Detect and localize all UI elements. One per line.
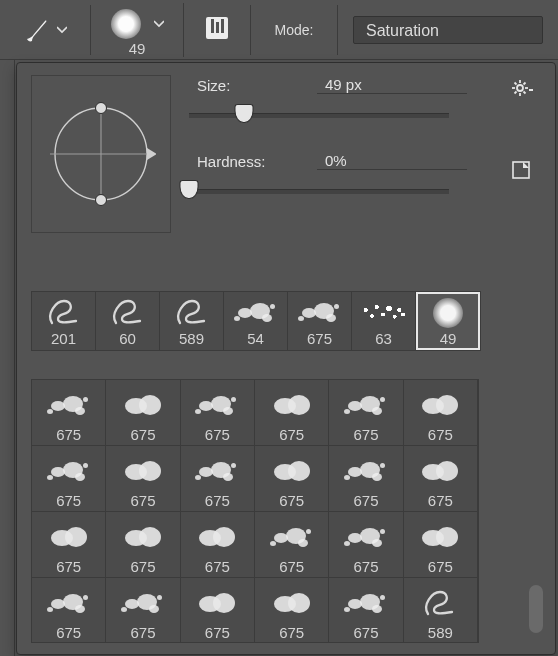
app-toolbar: 49 Mode: Saturation <box>0 0 558 60</box>
svg-line-18 <box>524 83 526 85</box>
brush-size-label: 54 <box>247 330 264 347</box>
brush-tile[interactable]: 675 <box>181 578 255 643</box>
brush-tile[interactable]: 675 <box>404 380 478 446</box>
splatter-brush-icon <box>342 523 390 553</box>
brush-size-label: 675 <box>205 426 230 443</box>
brush-tile[interactable]: 675 <box>181 446 255 512</box>
brush-tile[interactable]: 675 <box>181 512 255 578</box>
recent-brush-tile[interactable]: 201 <box>32 292 96 350</box>
brush-tile[interactable]: 675 <box>255 512 329 578</box>
brush-tile[interactable]: 675 <box>106 446 180 512</box>
brush-tile[interactable]: 675 <box>329 578 403 643</box>
hardness-label[interactable]: Hardness: <box>197 153 317 170</box>
splatter-brush-icon <box>45 457 93 487</box>
brush-size-label: 675 <box>279 492 304 509</box>
brush-size-label: 63 <box>375 330 392 347</box>
splatter-brush-icon <box>119 589 167 619</box>
svg-line-16 <box>515 83 517 85</box>
splatter-brush-icon <box>342 589 390 619</box>
brush-size-label: 675 <box>56 492 81 509</box>
svg-rect-21 <box>513 162 529 178</box>
size-input[interactable]: 49 px <box>317 76 467 94</box>
recent-brush-tile[interactable]: 63 <box>352 292 416 350</box>
brush-size-label: 675 <box>205 624 230 641</box>
dots-brush-icon <box>360 298 408 328</box>
brush-tile[interactable]: 675 <box>106 380 180 446</box>
brush-size-label: 675 <box>353 426 378 443</box>
brush-tile[interactable]: 675 <box>106 578 180 643</box>
scribble-brush-icon <box>108 297 148 329</box>
cloud-brush-icon <box>119 458 167 486</box>
svg-rect-3 <box>221 22 224 33</box>
chevron-down-icon[interactable] <box>55 26 69 34</box>
brush-size-label: 675 <box>353 624 378 641</box>
brush-size-label: 675 <box>130 492 155 509</box>
splatter-brush-icon <box>268 523 316 553</box>
brush-tile[interactable]: 675 <box>32 512 106 578</box>
recent-brush-tile[interactable]: 589 <box>160 292 224 350</box>
brush-size-label: 589 <box>179 330 204 347</box>
brush-tile[interactable]: 675 <box>181 380 255 446</box>
brush-size-label: 675 <box>353 492 378 509</box>
chevron-down-icon[interactable] <box>152 20 166 28</box>
svg-line-17 <box>524 92 526 94</box>
brush-tool-button[interactable] <box>0 5 91 55</box>
brush-tile[interactable]: 675 <box>32 578 106 643</box>
brush-tile[interactable]: 675 <box>32 446 106 512</box>
recent-brush-tile[interactable]: 60 <box>96 292 160 350</box>
splatter-brush-icon <box>342 457 390 487</box>
brush-tile[interactable]: 675 <box>32 380 106 446</box>
cloud-brush-icon <box>119 392 167 420</box>
brush-size-label: 675 <box>279 624 304 641</box>
brush-size-swatch[interactable]: 49 <box>91 3 184 57</box>
brush-tile[interactable]: 675 <box>106 512 180 578</box>
cloud-brush-icon <box>268 392 316 420</box>
cloud-brush-icon <box>268 458 316 486</box>
recent-brush-tile[interactable]: 54 <box>224 292 288 350</box>
brush-size-label: 201 <box>51 330 76 347</box>
soft-round-icon <box>433 298 463 328</box>
scribble-brush-icon <box>172 297 212 329</box>
hardness-input[interactable]: 0% <box>317 152 467 170</box>
splatter-brush-icon <box>45 391 93 421</box>
mode-dropdown[interactable]: Saturation <box>353 16 543 44</box>
angle-roundness-control[interactable] <box>31 75 171 233</box>
brush-size-value: 49 <box>129 40 146 57</box>
cloud-brush-icon <box>268 590 316 618</box>
splatter-brush-icon <box>296 298 344 328</box>
hardness-slider[interactable] <box>189 181 449 203</box>
brush-size-label: 675 <box>428 558 453 575</box>
brush-size-label: 675 <box>279 558 304 575</box>
recent-brush-tile[interactable]: 675 <box>288 292 352 350</box>
brush-tile[interactable]: 675 <box>255 380 329 446</box>
brush-size-label: 675 <box>353 558 378 575</box>
brush-tile[interactable]: 675 <box>404 512 478 578</box>
recent-brush-tile[interactable]: 49 <box>416 292 480 350</box>
cloud-brush-icon <box>193 590 241 618</box>
brush-size-label: 675 <box>130 426 155 443</box>
svg-line-19 <box>515 92 517 94</box>
brush-tile[interactable]: 589 <box>404 578 478 643</box>
gear-icon[interactable] <box>511 77 533 102</box>
size-slider[interactable] <box>189 105 449 127</box>
size-label[interactable]: Size: <box>197 77 317 94</box>
brush-grid-scrollbar[interactable] <box>525 383 547 639</box>
brush-tile[interactable]: 675 <box>329 380 403 446</box>
new-preset-icon[interactable] <box>511 159 533 184</box>
brush-grid: 6756756756756756756756756756756756756756… <box>31 379 479 643</box>
svg-point-10 <box>96 195 107 206</box>
soft-round-icon <box>108 6 144 42</box>
brush-settings-button[interactable] <box>184 5 251 55</box>
brush-tile[interactable]: 675 <box>329 446 403 512</box>
brush-tile[interactable]: 675 <box>329 512 403 578</box>
cloud-brush-icon <box>45 524 93 552</box>
brush-tile[interactable]: 675 <box>404 446 478 512</box>
splatter-brush-icon <box>342 391 390 421</box>
splatter-brush-icon <box>193 391 241 421</box>
brush-tile[interactable]: 675 <box>255 578 329 643</box>
brush-size-label: 49 <box>440 330 457 347</box>
mode-label: Mode: <box>251 5 338 55</box>
brush-size-label: 675 <box>205 558 230 575</box>
scribble-brush-icon <box>44 297 84 329</box>
brush-tile[interactable]: 675 <box>255 446 329 512</box>
